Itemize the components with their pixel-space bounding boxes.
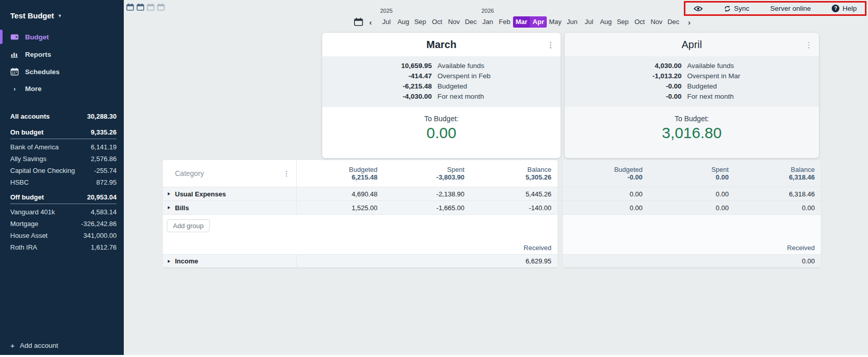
to-budget-amount[interactable]: 0.00 bbox=[322, 124, 561, 142]
account-label: Mortgage bbox=[10, 220, 38, 228]
month-cell[interactable]: Jul bbox=[378, 16, 395, 28]
month-cell[interactable]: Jul bbox=[581, 16, 597, 28]
add-group-button[interactable]: Add group bbox=[167, 219, 210, 232]
month-cell[interactable]: Feb bbox=[496, 16, 513, 28]
account-row-roth-ira[interactable]: Roth IRA 1,612.76 bbox=[0, 241, 124, 253]
on-budget-header[interactable]: On budget 9,335.26 bbox=[10, 128, 117, 139]
month-cell-selected-mar[interactable]: Mar bbox=[513, 16, 530, 28]
month-cell[interactable]: Nov bbox=[446, 16, 462, 28]
balance-column-header[interactable]: Balance bbox=[527, 166, 551, 173]
account-row-bank-of-america[interactable]: Bank of America 6,141.19 bbox=[0, 141, 124, 153]
account-label: Roth IRA bbox=[10, 243, 37, 251]
spent-total[interactable]: -3,803.90 bbox=[436, 173, 464, 181]
group-row-bills[interactable]: Bills 1,525.00 -1,665.00 -140.00 bbox=[163, 200, 558, 214]
balance-total[interactable]: 6,318.46 bbox=[789, 173, 815, 181]
budgeted-column-header[interactable]: Budgeted bbox=[349, 166, 377, 173]
add-account-button[interactable]: + Add account bbox=[10, 341, 58, 350]
month-cell[interactable]: Jan bbox=[479, 16, 496, 28]
table-header-row: Budgeted-0.00 Spent0.00 Balance6,318.46 bbox=[563, 160, 821, 187]
account-row-house-asset[interactable]: House Asset 341,000.00 bbox=[0, 230, 124, 241]
account-label: Ally Savings bbox=[10, 155, 47, 163]
sidebar-item-budget[interactable]: Budget bbox=[0, 28, 124, 46]
budget-file-switcher[interactable]: Test Budget ▼ bbox=[0, 0, 124, 27]
show-2-months-icon[interactable] bbox=[137, 3, 144, 11]
account-balance: -326,242.86 bbox=[81, 220, 117, 228]
month-cell[interactable]: Aug bbox=[597, 16, 614, 28]
show-4-months-icon[interactable] bbox=[157, 3, 165, 11]
account-balance: 1,612.76 bbox=[91, 243, 117, 251]
sync-button[interactable]: Sync bbox=[724, 5, 749, 12]
balance-column-header[interactable]: Balance bbox=[791, 166, 815, 173]
group-name: Income bbox=[175, 257, 198, 265]
help-button[interactable]: ? Help bbox=[832, 5, 857, 12]
month-cell[interactable]: Oct bbox=[631, 16, 648, 28]
balance-total[interactable]: 5,305.26 bbox=[525, 173, 551, 181]
month-cell[interactable]: Oct bbox=[429, 16, 446, 28]
month-cell[interactable]: May bbox=[547, 16, 564, 28]
summary-value: -414.47 bbox=[322, 71, 432, 81]
privacy-eye-button[interactable] bbox=[694, 6, 703, 12]
account-row-hsbc[interactable]: HSBC 872.95 bbox=[0, 176, 124, 188]
cell-balance[interactable]: 6,318.46 bbox=[735, 187, 821, 200]
month-cell[interactable]: Nov bbox=[648, 16, 665, 28]
to-budget-label: To Budget: bbox=[565, 115, 819, 123]
cell-budgeted[interactable]: 0.00 bbox=[563, 201, 649, 214]
sidebar-item-schedules[interactable]: Schedules bbox=[0, 63, 124, 80]
cell-spent[interactable]: -1,665.00 bbox=[384, 201, 471, 214]
off-budget-header[interactable]: Off budget 20,953.04 bbox=[10, 193, 117, 204]
month-cell[interactable]: Dec bbox=[665, 16, 682, 28]
group-row-bills[interactable]: 0.00 0.00 0.00 bbox=[563, 200, 821, 214]
next-month-button[interactable]: › bbox=[686, 18, 692, 28]
group-row-usual-expenses[interactable]: Usual Expenses 4,690.48 -2,138.90 5,445.… bbox=[163, 187, 558, 200]
month-menu-button[interactable]: ⋮ bbox=[805, 41, 813, 49]
income-row[interactable]: Income 6,629.95 bbox=[163, 254, 558, 267]
month-cell[interactable]: Jun bbox=[564, 16, 581, 28]
month-cell[interactable]: Sep bbox=[614, 16, 631, 28]
cell-spent[interactable]: -2,138.90 bbox=[384, 187, 471, 200]
cell-balance[interactable]: 0.00 bbox=[735, 201, 821, 214]
sidebar-item-reports[interactable]: Reports bbox=[0, 46, 124, 63]
month-menu-button[interactable]: ⋮ bbox=[547, 41, 554, 49]
all-accounts-row[interactable]: All accounts 30,288.30 bbox=[0, 110, 124, 122]
income-received-april[interactable]: 0.00 bbox=[563, 255, 821, 267]
summary-value: -1,013.20 bbox=[565, 71, 682, 81]
cell-balance[interactable]: -140.00 bbox=[471, 201, 558, 214]
month-picker-icon[interactable] bbox=[354, 17, 363, 26]
cell-budgeted[interactable]: 0.00 bbox=[563, 187, 649, 200]
year-label-2026: 2026 bbox=[479, 8, 496, 14]
account-row-capital-one[interactable]: Capital One Checking -255.74 bbox=[0, 165, 124, 176]
to-budget-label: To Budget: bbox=[322, 115, 561, 123]
month-strip: 2025 2026 Jul Aug Sep Oct Nov Dec Jan Fe… bbox=[378, 9, 682, 28]
summary-value: -6,215.48 bbox=[322, 81, 432, 92]
cell-budgeted[interactable]: 1,525.00 bbox=[297, 201, 384, 214]
sidebar-item-more[interactable]: › More bbox=[0, 80, 124, 97]
cell-balance[interactable]: 5,445.26 bbox=[471, 187, 558, 200]
cell-spent[interactable]: 0.00 bbox=[649, 201, 735, 214]
spent-total[interactable]: 0.00 bbox=[716, 173, 728, 181]
previous-month-button[interactable]: ‹ bbox=[368, 18, 373, 28]
server-status-button[interactable]: Server online bbox=[770, 5, 811, 12]
month-cell[interactable]: Sep bbox=[412, 16, 429, 28]
cell-budgeted[interactable]: 4,690.48 bbox=[297, 187, 384, 200]
account-row-ally-savings[interactable]: Ally Savings 2,576.86 bbox=[0, 153, 124, 165]
income-received-march[interactable]: 6,629.95 bbox=[297, 255, 558, 267]
month-cell[interactable]: Dec bbox=[462, 16, 479, 28]
budgeted-total[interactable]: 6,215.48 bbox=[351, 173, 377, 181]
to-budget-amount[interactable]: 3,016.80 bbox=[565, 124, 819, 142]
show-3-months-icon[interactable] bbox=[147, 3, 154, 11]
account-row-vanguard-401k[interactable]: Vanguard 401k 4,583.14 bbox=[0, 206, 124, 218]
sidebar-item-label: More bbox=[25, 85, 41, 93]
show-1-month-icon[interactable] bbox=[126, 3, 134, 11]
cell-spent[interactable]: 0.00 bbox=[649, 187, 735, 200]
spent-column-header[interactable]: Spent bbox=[711, 166, 729, 173]
month-cell[interactable]: Aug bbox=[395, 16, 412, 28]
spent-column-header[interactable]: Spent bbox=[447, 166, 464, 173]
category-menu-button[interactable]: ⋮ bbox=[283, 170, 290, 177]
income-row[interactable]: 0.00 bbox=[563, 254, 821, 267]
budgeted-total[interactable]: -0.00 bbox=[628, 173, 643, 181]
account-row-mortgage[interactable]: Mortgage -326,242.86 bbox=[0, 218, 124, 230]
summary-label: Available funds bbox=[437, 61, 484, 71]
group-row-usual-expenses[interactable]: 0.00 0.00 6,318.46 bbox=[563, 187, 821, 200]
budgeted-column-header[interactable]: Budgeted bbox=[614, 166, 643, 173]
month-cell-selected-apr[interactable]: Apr bbox=[530, 16, 547, 28]
